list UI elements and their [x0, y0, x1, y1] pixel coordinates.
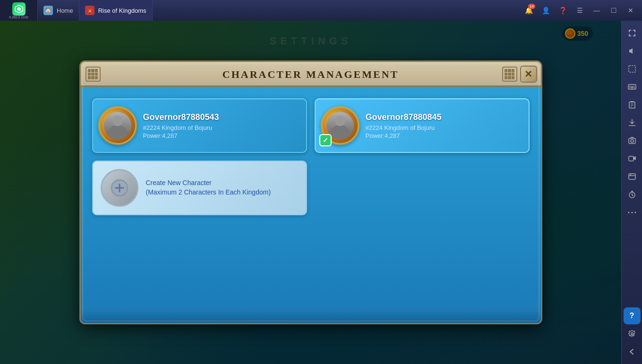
account-btn[interactable]: 👤 — [538, 3, 553, 18]
right-sidebar: ? — [621, 21, 642, 364]
help-btn[interactable]: ❓ — [555, 3, 570, 18]
taskbar: 4.260.0.1032 🏠 Home ⚔ Rise of Kingdoms 🔔… — [0, 0, 642, 21]
modal-header: CHARACTER MANAGEMENT ✕ — [81, 62, 541, 87]
modal-title: CHARACTER MANAGEMENT — [223, 68, 399, 81]
corner-decoration-tl — [84, 65, 103, 84]
svg-rect-20 — [629, 156, 633, 161]
maximize-btn[interactable]: ☐ — [606, 3, 621, 18]
game-tab[interactable]: ⚔ Rise of Kingdoms — [79, 0, 153, 21]
svg-rect-5 — [628, 85, 636, 89]
svg-rect-9 — [633, 86, 634, 87]
svg-point-19 — [631, 140, 633, 143]
notification-badge: 14 — [528, 4, 535, 9]
svg-rect-11 — [631, 87, 633, 88]
character-kingdom-1: #2224 Kingdom of Bojuru — [143, 124, 299, 131]
svg-rect-6 — [629, 86, 630, 87]
character-name-2: Governor87880845 — [366, 112, 521, 122]
game-tab-icon: ⚔ — [85, 6, 94, 15]
svg-marker-1 — [17, 7, 21, 11]
character-name-1: Governor87880543 — [143, 112, 299, 122]
help-sidebar-icon: ? — [630, 312, 634, 320]
files-btn[interactable] — [624, 168, 641, 185]
screenshot-btn[interactable] — [624, 132, 641, 149]
close-btn[interactable]: ✕ — [623, 3, 638, 18]
svg-point-23 — [628, 212, 629, 213]
home-tab-icon: 🏠 — [43, 6, 53, 15]
record-btn[interactable] — [624, 150, 641, 167]
settings-sidebar-btn[interactable] — [624, 325, 641, 342]
more-btn[interactable] — [624, 204, 641, 221]
svg-point-25 — [634, 212, 636, 213]
avatar-silhouette-1 — [104, 112, 131, 139]
modal-close-button[interactable]: ✕ — [520, 66, 537, 83]
notification-btn[interactable]: 🔔 14 — [521, 3, 536, 18]
back-sidebar-btn[interactable] — [624, 343, 641, 360]
home-tab-label: Home — [57, 7, 73, 14]
keyboard-btn[interactable] — [624, 78, 641, 95]
create-character-icon — [101, 169, 138, 207]
avatar-container-1 — [99, 107, 137, 144]
svg-rect-8 — [632, 86, 633, 87]
character-power-1: Power:4,287 — [143, 132, 299, 139]
svg-rect-12 — [634, 87, 635, 88]
minimize-btn[interactable]: — — [589, 3, 604, 18]
help-sidebar-btn[interactable]: ? — [624, 307, 641, 324]
home-tab[interactable]: 🏠 Home — [38, 0, 79, 21]
svg-point-24 — [631, 212, 633, 213]
clipboard-btn[interactable] — [624, 96, 641, 113]
modal-bottom-decoration — [81, 309, 541, 323]
menu-btn[interactable]: ☰ — [572, 3, 587, 18]
game-viewport: SETTINGS 350 — [0, 21, 621, 364]
character-management-modal: CHARACTER MANAGEMENT ✕ Gover — [79, 60, 542, 324]
character-power-2: Power:4,287 — [366, 132, 521, 139]
volume-btn[interactable] — [624, 42, 641, 59]
bluestacks-version: 4.260.0.1032 — [9, 16, 28, 19]
corner-decoration-tr — [500, 65, 519, 84]
avatar-container-2: ✓ — [321, 107, 359, 144]
active-check-badge: ✓ — [319, 134, 332, 146]
bluestacks-logo: 4.260.0.1032 — [0, 0, 38, 21]
character-info-1: Governor87880543 #2224 Kingdom of Bojuru… — [143, 112, 299, 139]
create-label: Create New Character — [146, 179, 212, 186]
create-new-character-card[interactable]: Create New Character (Maximum 2 Characte… — [92, 161, 307, 215]
avatar-ring-1 — [99, 107, 137, 144]
svg-rect-7 — [631, 86, 632, 87]
timer-btn[interactable] — [624, 186, 641, 203]
create-sublabel: (Maximum 2 Characters In Each Kingdom) — [146, 188, 271, 196]
character-kingdom-2: #2224 Kingdom of Bojuru — [366, 124, 521, 131]
modal-overlay: CHARACTER MANAGEMENT ✕ Gover — [0, 21, 621, 364]
svg-text:⚔: ⚔ — [87, 8, 92, 13]
game-tab-label: Rise of Kingdoms — [98, 7, 146, 14]
create-character-text: Create New Character (Maximum 2 Characte… — [146, 178, 271, 197]
character-card-2[interactable]: ✓ Governor87880845 #2224 Kingdom of Boju… — [315, 98, 530, 153]
bluestacks-icon — [12, 2, 26, 16]
modal-body: Governor87880543 #2224 Kingdom of Bojuru… — [81, 87, 541, 323]
character-info-2: Governor87880845 #2224 Kingdom of Bojuru… — [366, 112, 521, 139]
svg-rect-10 — [629, 87, 630, 88]
svg-rect-18 — [629, 138, 635, 144]
install-btn[interactable] — [624, 114, 641, 131]
character-card-1[interactable]: Governor87880543 #2224 Kingdom of Bojuru… — [92, 98, 307, 153]
svg-rect-4 — [629, 66, 635, 72]
fullscreen-btn[interactable] — [624, 25, 641, 42]
taskbar-actions: 🔔 14 👤 ❓ ☰ — ☐ ✕ — [521, 3, 642, 18]
selection-btn[interactable] — [624, 60, 641, 77]
svg-rect-21 — [629, 174, 635, 179]
characters-grid: Governor87880543 #2224 Kingdom of Bojuru… — [92, 98, 530, 153]
